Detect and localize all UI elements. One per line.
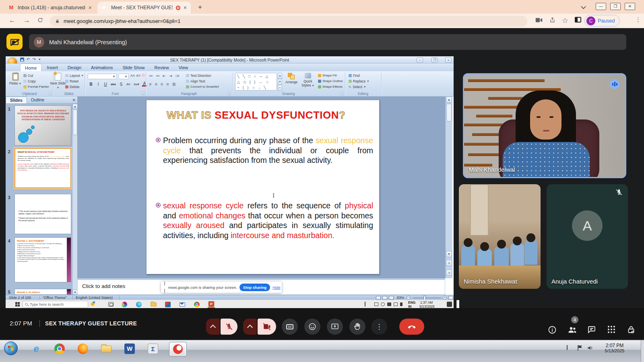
shapes-gallery-scrollbar[interactable]: ▲▼═ (278, 73, 282, 90)
slide-thumbnail-5[interactable]: PHASE 2: PLATEAU (14, 289, 71, 295)
start-button[interactable] (4, 341, 18, 355)
new-tab-button[interactable]: + (198, 3, 202, 11)
tray-chevron-icon[interactable] (567, 346, 568, 354)
next-slide-button[interactable]: « (446, 269, 452, 276)
reload-button[interactable] (37, 17, 43, 23)
font-dialog-launcher[interactable]: ↘ (141, 92, 144, 95)
ribbon-tab-animations[interactable]: Animations (87, 64, 117, 71)
pause-sharing-icon[interactable] (164, 280, 166, 294)
ppt-close-button[interactable]: × (445, 58, 452, 63)
drawing-dialog-launcher[interactable]: ↘ (340, 92, 343, 95)
mic-options-chevron[interactable] (206, 319, 220, 335)
change-case-button[interactable]: Aa▾ (133, 82, 140, 86)
align-text-button[interactable]: Align Text (186, 79, 205, 83)
slide-sorter-view-icon[interactable] (382, 296, 387, 300)
fit-to-window-icon[interactable] (448, 296, 453, 300)
photos-app-icon[interactable] (121, 301, 128, 308)
new-slide-button[interactable]: New Slide ▼ (50, 73, 66, 89)
start-button-icon[interactable] (15, 302, 20, 306)
ribbon-tab-slideshow[interactable]: Slide Show (118, 64, 149, 71)
editor-scrollbar[interactable]: ▲ ▼ « « (445, 97, 452, 278)
zoom-slider[interactable] (413, 297, 441, 298)
show-desktop-button[interactable] (641, 340, 644, 362)
cut-button[interactable]: Cut (23, 74, 33, 78)
panel-close-icon[interactable]: ✕ (72, 98, 76, 102)
paste-button[interactable]: Paste ▼ (8, 73, 23, 85)
arrange-button[interactable]: Arrange (284, 73, 299, 84)
redo-icon[interactable]: ↷ (32, 57, 35, 62)
profile-paused-pill[interactable]: C Paused (584, 15, 620, 27)
browser-menu-icon[interactable]: ⋮ (635, 16, 641, 23)
windows-search-box[interactable]: Type here to search (23, 301, 88, 308)
camera-off-button[interactable] (258, 319, 276, 335)
system-clock[interactable]: 2:07 PM 5/13/2025 (599, 343, 630, 353)
bookmark-star-icon[interactable]: ☆ (562, 16, 568, 25)
find-button[interactable]: Find (349, 74, 360, 78)
zoom-in-icon[interactable]: + (443, 296, 447, 300)
ppt-restore-button[interactable]: ❐ (431, 58, 438, 63)
tray-onedrive-icon[interactable] (381, 302, 385, 306)
reactions-button[interactable] (304, 319, 320, 335)
ribbon-tab-insert[interactable]: Insert (42, 64, 62, 71)
forward-button[interactable]: → (23, 16, 30, 25)
increase-indent-button[interactable]: ⇥ (169, 74, 172, 78)
present-button[interactable] (327, 319, 343, 335)
chrome-icon[interactable] (193, 301, 200, 308)
camera-options-chevron[interactable] (243, 319, 257, 335)
slideshow-view-icon[interactable] (389, 296, 394, 300)
shapes-gallery[interactable]: ╲ ╲ □ ○ ─ △△ ◇ { } → ☆~ ( ) ☆ ↓ ╲ (235, 73, 277, 90)
reset-button[interactable]: Reset (65, 79, 78, 83)
zoom-out-icon[interactable]: − (407, 296, 411, 300)
firefox-icon[interactable] (77, 343, 89, 354)
tab-close-icon[interactable]: × (184, 4, 187, 11)
shrink-font-button[interactable]: A˅ (136, 74, 140, 78)
mic-muted-button[interactable] (221, 319, 237, 335)
tab-search-chevron-icon[interactable] (581, 4, 586, 9)
store-app-icon[interactable] (164, 301, 171, 308)
task-view-icon[interactable] (108, 302, 114, 306)
participants-button[interactable] (568, 325, 577, 335)
font-name-combo[interactable]: ▼ (88, 74, 117, 79)
word-icon[interactable]: W (124, 343, 135, 354)
alignment-buttons[interactable]: ≡≡≡≡▥ (149, 82, 175, 86)
replace-button[interactable]: Replace ▼ (349, 79, 369, 83)
hide-link[interactable]: Hide (272, 285, 281, 290)
shape-fill-button[interactable]: Shape Fill (318, 74, 337, 77)
strikethrough-button[interactable]: abc (110, 82, 116, 86)
tray-flag-icon[interactable] (577, 345, 583, 351)
ribbon-tab-home[interactable]: Home (20, 64, 41, 71)
slide-thumbnail-4[interactable]: PHASE 1: EXCITEMENT Last from a few minu… (14, 237, 71, 282)
camera-in-use-icon[interactable] (535, 17, 543, 23)
tray-pen-icon[interactable] (400, 302, 402, 306)
presentation-off-chip[interactable] (6, 34, 23, 50)
align-left-button[interactable]: ≡ (149, 82, 151, 86)
url-bar[interactable]: meet.google.com/uxp-jbhw-eha?authuser=0&… (50, 16, 527, 27)
text-direction-button[interactable]: Text Direction (186, 74, 211, 78)
font-style-buttons[interactable]: B I U abc S AV Aa▾ A (89, 82, 147, 86)
panel-tab-slides[interactable]: Slides (6, 97, 27, 103)
columns-button[interactable]: ▥ (172, 82, 176, 86)
window-restore-button[interactable]: ❐ (610, 3, 621, 10)
stop-sharing-button[interactable]: Stop sharing (239, 284, 270, 291)
chat-button[interactable] (587, 325, 597, 335)
convert-smartart-button[interactable]: Convert to SmartArt (186, 85, 219, 88)
internet-explorer-icon[interactable]: e (31, 343, 42, 354)
underline-button[interactable]: U (103, 82, 108, 86)
tray-volume-icon[interactable] (587, 345, 594, 351)
scroll-up-icon[interactable]: ▲ (446, 97, 452, 103)
meeting-details-button[interactable] (547, 325, 557, 335)
save-icon[interactable] (20, 58, 24, 62)
host-controls-button[interactable] (626, 325, 636, 335)
show-desktop-sliver[interactable] (456, 300, 459, 309)
current-slide[interactable]: WHAT IS SEXUAL DYSFUNCTION? Problem occu… (146, 100, 380, 274)
panel-scrollbar[interactable]: ▲ ▼ (72, 104, 77, 295)
layout-button[interactable]: Layout ▼ (65, 74, 83, 78)
select-button[interactable]: ↖Select ▼ (349, 85, 366, 89)
copy-button[interactable]: Copy (23, 79, 36, 83)
tray-volume-icon[interactable] (394, 302, 398, 306)
font-size-combo[interactable]: ▼ (118, 74, 129, 79)
tray-display-icon[interactable] (374, 302, 378, 306)
panel-tab-outline[interactable]: Outline (27, 97, 48, 103)
mail-app-icon[interactable] (179, 301, 186, 308)
more-options-button[interactable]: ⋮ (371, 319, 387, 335)
